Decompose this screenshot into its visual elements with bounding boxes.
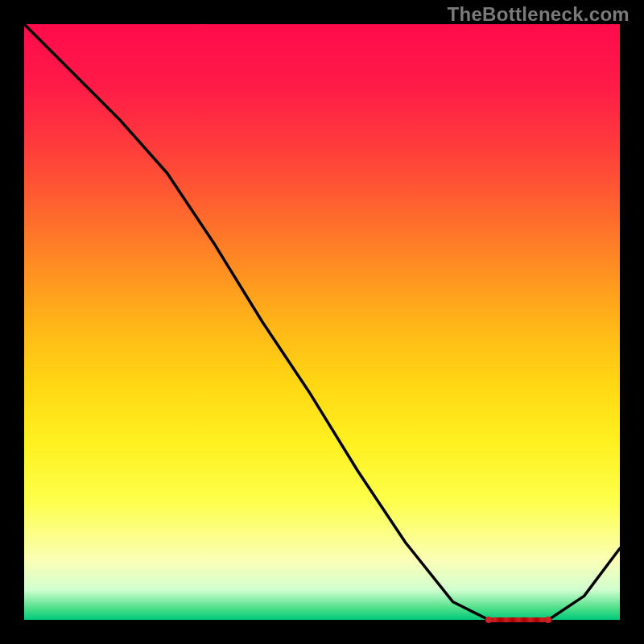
line-svg — [24, 24, 620, 620]
plot-area — [24, 24, 620, 620]
chart-container: TheBottleneck.com — [0, 0, 644, 644]
attribution-text: TheBottleneck.com — [448, 3, 630, 26]
optimum-marker — [489, 617, 548, 622]
curve-path — [24, 24, 620, 620]
